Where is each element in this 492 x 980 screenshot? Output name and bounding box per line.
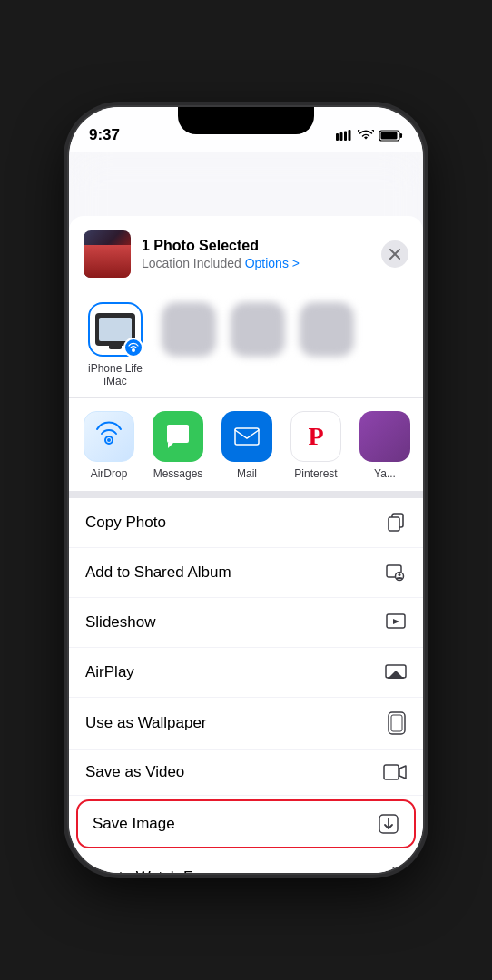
- svg-rect-1: [340, 132, 343, 141]
- slideshow-icon: [385, 612, 407, 633]
- save-image-label: Save Image: [93, 815, 175, 833]
- device-icon-wrap: [88, 302, 143, 357]
- create-watch-face-label: Create Watch Face: [85, 868, 218, 873]
- status-time: 9:37: [89, 126, 120, 144]
- mail-envelope-icon: [231, 420, 263, 453]
- airdrop-waves-icon: [93, 420, 125, 453]
- action-airplay[interactable]: AirPlay: [69, 648, 423, 698]
- options-link[interactable]: Options >: [245, 256, 300, 270]
- device-item-imac[interactable]: iPhone Life iMac: [84, 302, 147, 388]
- use-as-wallpaper-label: Use as Wallpaper: [85, 714, 207, 732]
- app-item-messages[interactable]: Messages: [153, 411, 203, 480]
- svg-rect-3: [349, 130, 351, 141]
- svg-rect-25: [384, 765, 399, 779]
- signal-icon: [336, 130, 352, 141]
- wallpaper-icon: [387, 711, 407, 735]
- action-add-shared-album[interactable]: Add to Shared Album: [69, 548, 423, 598]
- app-item-airdrop[interactable]: AirDrop: [84, 411, 134, 480]
- app-item-mail[interactable]: Mail: [221, 411, 272, 480]
- wifi-icon: [358, 130, 374, 142]
- svg-rect-0: [336, 133, 339, 141]
- app-item-pinterest[interactable]: P Pinterest: [290, 411, 341, 480]
- pinterest-p-icon: P: [308, 422, 323, 451]
- copy-photo-icon: [385, 512, 407, 534]
- airdrop-app-icon: [84, 411, 134, 462]
- messages-bubble-icon: [162, 421, 193, 452]
- photo-selected-title: 1 Photo Selected: [142, 238, 370, 254]
- shared-album-icon: [385, 562, 407, 583]
- share-content: 1 Photo Selected Location Included Optio…: [69, 216, 423, 873]
- location-info: Location Included Options >: [142, 256, 370, 270]
- watch-face-icon: [387, 866, 407, 873]
- device-name: iPhone Life iMac: [84, 362, 147, 388]
- svg-point-18: [399, 573, 401, 576]
- actions-list: Copy Photo Add to Shared Album: [69, 498, 423, 873]
- device-item-blurred-3[interactable]: [300, 302, 354, 388]
- mail-app-icon: [221, 411, 272, 462]
- device-item-blurred-1[interactable]: [162, 302, 216, 388]
- action-copy-photo[interactable]: Copy Photo: [69, 498, 423, 548]
- svg-point-9: [132, 348, 135, 352]
- svg-marker-26: [399, 766, 406, 779]
- notch: [178, 107, 314, 134]
- imac-screen: [99, 318, 132, 341]
- svg-marker-20: [393, 619, 399, 624]
- messages-label: Messages: [153, 467, 203, 480]
- action-save-image[interactable]: Save Image: [76, 799, 416, 848]
- svg-rect-2: [344, 132, 347, 142]
- imac-stand: [109, 346, 122, 349]
- apps-row[interactable]: AirDrop Messages: [69, 398, 423, 498]
- action-slideshow[interactable]: Slideshow: [69, 598, 423, 648]
- airdrop-badge: [123, 338, 143, 358]
- mail-label: Mail: [237, 467, 257, 480]
- airplay-label: AirPlay: [85, 663, 134, 681]
- action-use-as-wallpaper[interactable]: Use as Wallpaper: [69, 698, 423, 750]
- more-app-icon: [359, 411, 410, 462]
- battery-icon: [379, 130, 403, 142]
- airdrop-label: AirDrop: [91, 467, 128, 480]
- blurred-device-icon-2: [231, 302, 285, 357]
- save-as-video-label: Save as Video: [85, 763, 184, 781]
- more-label: Ya...: [374, 467, 396, 480]
- copy-photo-label: Copy Photo: [85, 514, 166, 532]
- save-video-icon: [383, 763, 407, 781]
- blurred-device-icon-3: [300, 302, 354, 357]
- device-item-blurred-2[interactable]: [231, 302, 285, 388]
- svg-rect-14: [389, 517, 399, 531]
- header-text: 1 Photo Selected Location Included Optio…: [142, 238, 370, 270]
- add-shared-album-label: Add to Shared Album: [85, 564, 231, 582]
- phone-frame: 9:37: [69, 107, 423, 873]
- svg-rect-24: [391, 715, 402, 731]
- slideshow-label: Slideshow: [85, 613, 156, 632]
- svg-point-11: [107, 438, 111, 442]
- pinterest-app-icon: P: [290, 411, 341, 462]
- svg-rect-5: [400, 133, 403, 138]
- svg-rect-12: [235, 428, 259, 445]
- app-item-more[interactable]: Ya...: [359, 411, 410, 480]
- share-sheet: 1 Photo Selected Location Included Optio…: [69, 152, 423, 873]
- devices-row[interactable]: iPhone Life iMac: [69, 289, 423, 398]
- status-icons: [336, 130, 403, 142]
- svg-rect-30: [393, 867, 400, 871]
- save-image-icon: [378, 813, 399, 835]
- action-create-watch-face[interactable]: Create Watch Face: [69, 852, 423, 873]
- messages-app-icon: [153, 411, 203, 462]
- photo-thumbnail: [84, 230, 131, 278]
- close-button[interactable]: [381, 240, 408, 268]
- share-header: 1 Photo Selected Location Included Optio…: [69, 216, 423, 289]
- svg-rect-6: [381, 132, 398, 139]
- phone-screen: 9:37: [69, 107, 423, 873]
- location-label: Location Included: [142, 256, 241, 270]
- action-save-as-video[interactable]: Save as Video: [69, 750, 423, 796]
- airplay-icon: [385, 662, 407, 683]
- airdrop-small-icon: [128, 342, 139, 353]
- blurred-device-icon: [162, 302, 216, 357]
- pinterest-label: Pinterest: [294, 467, 337, 480]
- close-icon: [389, 249, 400, 260]
